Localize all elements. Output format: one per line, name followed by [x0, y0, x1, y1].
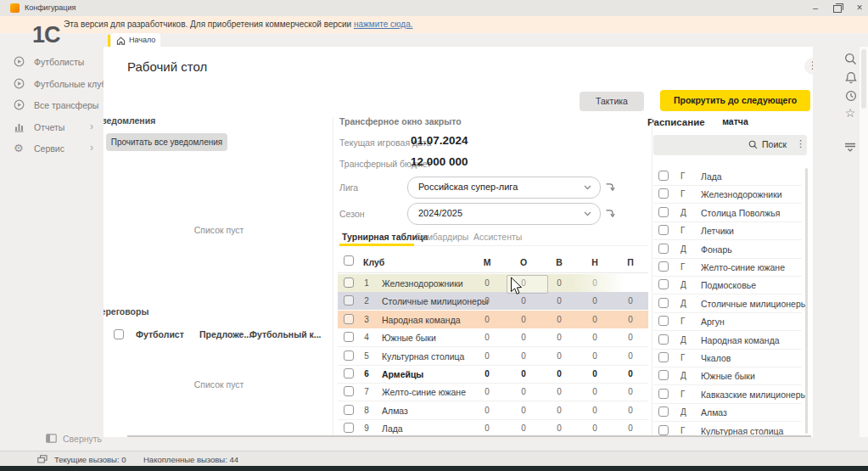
row-checkbox[interactable]	[658, 207, 669, 217]
list-item[interactable]: ГКавказские милиционеры	[653, 385, 802, 404]
row-checkbox[interactable]	[658, 389, 669, 399]
list-item[interactable]: ГЖелезнодорожники	[653, 185, 802, 204]
close-button[interactable]: ×	[848, 0, 868, 16]
sidebar-item-1[interactable]: Футбольные клубы	[0, 74, 104, 94]
standings-column-m[interactable]: М	[479, 257, 496, 267]
row-checkbox[interactable]	[658, 244, 669, 254]
negotiations-select-all-checkbox[interactable]	[114, 329, 124, 339]
row-checkbox[interactable]	[344, 295, 354, 306]
row-checkbox[interactable]	[658, 188, 669, 199]
cell-value: 0	[551, 423, 568, 433]
season-select[interactable]: 2024/2025	[407, 203, 601, 225]
chevron-down-icon[interactable]	[584, 211, 591, 216]
list-item[interactable]: ГЖелто-синие южане	[653, 258, 802, 277]
tactics-button[interactable]: Тактика	[580, 92, 644, 111]
schedule-scrollbar[interactable]	[805, 168, 808, 434]
window-scrollbar-thumb[interactable]	[861, 49, 866, 109]
standings-select-all-checkbox[interactable]	[344, 255, 354, 266]
next-match-button[interactable]: Прокрутить до следующего матча	[660, 90, 810, 111]
team-name: Столица Поволжья	[701, 208, 780, 218]
standings-column-o[interactable]: О	[515, 257, 532, 267]
row-checkbox[interactable]	[344, 386, 354, 396]
sidebar-item-3[interactable]: Отчеты›	[0, 117, 104, 137]
negotiations-column-player[interactable]: Футболист	[136, 329, 184, 339]
schedule-search-input[interactable]: Поиск ⋮	[653, 135, 807, 155]
more-actions-button[interactable]: ⋮	[804, 58, 813, 75]
row-checkbox[interactable]	[658, 279, 669, 289]
horizontal-scrollbar[interactable]	[127, 435, 811, 437]
standings-column-p[interactable]: П	[622, 257, 639, 267]
list-item[interactable]: ДАлмаз	[653, 403, 802, 422]
list-item[interactable]: ГАргун	[653, 312, 802, 331]
functions-menu-icon[interactable]	[843, 140, 857, 154]
row-checkbox[interactable]	[344, 332, 354, 342]
standings-column-club[interactable]: Клуб	[363, 257, 384, 267]
table-row[interactable]: 2Столичные милиционеры00000	[338, 292, 648, 310]
sidebar-item-4[interactable]: ⚙Сервис›	[0, 138, 104, 159]
notifications-bell-icon[interactable]	[844, 71, 858, 85]
minimize-button[interactable]: –	[804, 0, 826, 16]
league-select[interactable]: Российская супер-лига	[407, 177, 601, 199]
history-icon[interactable]	[844, 90, 858, 104]
list-item[interactable]: ГЛетчики	[653, 221, 802, 240]
row-checkbox[interactable]	[658, 316, 669, 326]
list-item[interactable]: ДСтолица Поволжья	[653, 204, 802, 222]
chevron-right-icon: ›	[90, 142, 93, 154]
standings-column-v[interactable]: В	[551, 257, 568, 267]
row-checkbox[interactable]	[658, 261, 669, 272]
list-item[interactable]: ДНародная команда	[653, 331, 802, 350]
table-row[interactable]: 1Железнодорожники00000⋮	[338, 274, 648, 292]
list-item[interactable]: ДСтоличные милиционеры	[653, 294, 802, 313]
row-checkbox[interactable]	[344, 350, 354, 361]
list-item[interactable]: ГКультурная столица	[653, 422, 802, 436]
row-checkbox[interactable]	[344, 368, 354, 378]
row-checkbox[interactable]	[344, 314, 354, 324]
table-row[interactable]: 6Армейцы00000	[338, 365, 648, 384]
table-row[interactable]: 8Алмаз00000	[338, 401, 648, 420]
banner-link[interactable]: нажмите сюда.	[354, 20, 413, 29]
cell-value: 0	[551, 278, 568, 288]
cell-value: 0	[551, 387, 568, 396]
season-open-icon[interactable]	[604, 208, 615, 219]
list-item[interactable]: ДПодмосковье	[653, 276, 802, 294]
table-row[interactable]: 4Южные быки00000	[338, 328, 648, 347]
row-checkbox[interactable]	[344, 278, 354, 288]
collapse-button[interactable]: Свернуть	[0, 429, 104, 448]
table-row[interactable]: 9Лада00000	[338, 419, 648, 437]
row-checkbox[interactable]	[658, 334, 669, 345]
global-search-icon[interactable]	[843, 53, 857, 66]
league-open-icon[interactable]	[604, 182, 615, 193]
row-menu-button[interactable]: ⋮	[645, 277, 648, 288]
row-checkbox[interactable]	[658, 425, 669, 435]
main-panel: Рабочий стол ⋮ Тактика Прокрутить до сле…	[104, 47, 813, 437]
table-row[interactable]: 3Народная команда00000	[338, 311, 648, 328]
list-item[interactable]: ГЛада	[653, 167, 802, 186]
read-all-notifications-button[interactable]: Прочитать все уведомления	[106, 133, 227, 151]
table-row[interactable]: 5Культурная столица00000	[338, 347, 648, 366]
tab-2[interactable]: Ассистенты	[473, 232, 522, 242]
row-checkbox[interactable]	[658, 171, 669, 181]
row-checkbox[interactable]	[658, 407, 669, 417]
sidebar-item-2[interactable]: Все трансферы	[0, 95, 104, 115]
row-checkbox[interactable]	[658, 370, 669, 380]
row-checkbox[interactable]	[658, 298, 669, 308]
row-checkbox[interactable]	[658, 225, 669, 235]
table-row[interactable]: 7Желто-синие южане00000	[338, 383, 648, 401]
sidebar-item-label: Футбольные клубы	[34, 79, 113, 89]
schedule-menu-button[interactable]: ⋮	[796, 138, 805, 149]
row-checkbox[interactable]	[344, 423, 354, 433]
row-checkbox[interactable]	[658, 352, 669, 362]
sidebar-item-0[interactable]: Футболисты	[0, 52, 104, 72]
tab-1[interactable]: Бомбардиры	[416, 232, 468, 242]
standings-column-n[interactable]: Н	[586, 257, 603, 267]
row-checkbox[interactable]	[344, 405, 354, 415]
chevron-down-icon[interactable]	[584, 185, 591, 190]
list-item[interactable]: ДЮжные быки	[653, 367, 802, 385]
list-item[interactable]: ДФонарь	[653, 240, 802, 259]
negotiations-column-club[interactable]: Футбольный к...	[249, 329, 322, 339]
club-name: Столичные милиционеры	[382, 296, 488, 306]
list-item[interactable]: ГЧкалов	[653, 349, 802, 367]
cell-value: 0	[586, 351, 603, 361]
negotiations-column-offer[interactable]: Предложе...	[199, 329, 251, 339]
favorites-star-icon[interactable]: ☆	[843, 106, 857, 120]
